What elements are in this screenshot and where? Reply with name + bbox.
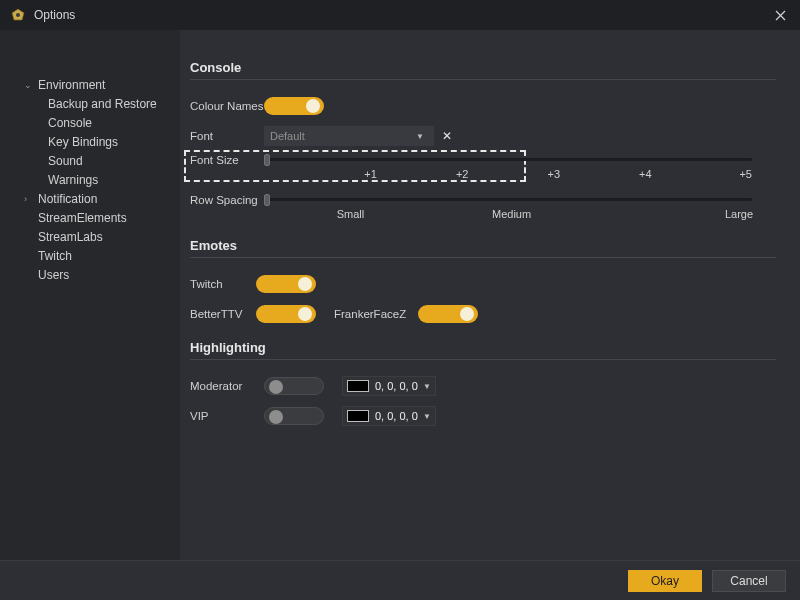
- moderator-color-value: 0, 0, 0, 0: [375, 380, 418, 392]
- font-label: Font: [190, 130, 264, 142]
- moderator-color-picker[interactable]: 0, 0, 0, 0 ▼: [342, 376, 436, 396]
- sidebar-item-label: Notification: [38, 192, 97, 206]
- sidebar-item-notification[interactable]: › Notification: [0, 189, 180, 208]
- footer: Okay Cancel: [0, 560, 800, 600]
- font-size-ticks: +1 +2 +3 +4 +5: [264, 168, 752, 180]
- row-spacing-ticks: Small Medium Large: [264, 208, 752, 220]
- sidebar-item-twitch[interactable]: Twitch: [0, 246, 180, 265]
- font-value: Default: [270, 130, 416, 142]
- ffz-toggle[interactable]: [418, 305, 478, 323]
- row-colour-names: Colour Names: [190, 92, 776, 120]
- sidebar-item-label: Users: [38, 268, 69, 282]
- chevron-right-icon: ›: [24, 194, 38, 204]
- section-title-highlighting: Highlighting: [190, 340, 776, 355]
- svg-point-1: [16, 13, 20, 17]
- divider: [190, 257, 776, 258]
- font-size-slider[interactable]: +1 +2 +3 +4 +5: [264, 152, 776, 186]
- vip-label: VIP: [190, 410, 264, 422]
- row-font-size: Font Size +1 +2 +3 +4 +5: [190, 152, 776, 186]
- betterttv-toggle[interactable]: [256, 305, 316, 323]
- titlebar: Options: [0, 0, 800, 30]
- color-swatch: [347, 380, 369, 392]
- sidebar-item-label: StreamLabs: [38, 230, 103, 244]
- row-row-spacing: Row Spacing Small Medium Large: [190, 192, 776, 226]
- betterttv-label: BetterTTV: [190, 308, 256, 320]
- twitch-label: Twitch: [190, 278, 256, 290]
- row-twitch-emotes: Twitch: [190, 270, 776, 298]
- sidebar-item-label: Key Bindings: [48, 135, 118, 149]
- app-icon: [10, 7, 26, 23]
- font-clear-button[interactable]: ✕: [438, 126, 456, 146]
- section-title-console: Console: [190, 60, 776, 75]
- sidebar-item-label: Sound: [48, 154, 83, 168]
- vip-toggle[interactable]: [264, 407, 324, 425]
- sidebar: ⌄ Environment Backup and Restore Console…: [0, 30, 180, 560]
- sidebar-item-label: Environment: [38, 78, 105, 92]
- sidebar-item-label: Twitch: [38, 249, 72, 263]
- ffz-label: FrankerFaceZ: [334, 308, 406, 320]
- row-font: Font Default ▼ ✕: [190, 122, 776, 150]
- sidebar-item-label: Backup and Restore: [48, 97, 157, 111]
- window-title: Options: [34, 8, 760, 22]
- vip-color-picker[interactable]: 0, 0, 0, 0 ▼: [342, 406, 436, 426]
- sidebar-item-streamelements[interactable]: StreamElements: [0, 208, 180, 227]
- sidebar-item-warnings[interactable]: Warnings: [0, 170, 180, 189]
- chevron-down-icon: ⌄: [24, 80, 38, 90]
- okay-button[interactable]: Okay: [628, 570, 702, 592]
- caret-down-icon: ▼: [423, 382, 431, 391]
- sidebar-item-sound[interactable]: Sound: [0, 151, 180, 170]
- divider: [190, 359, 776, 360]
- cancel-button[interactable]: Cancel: [712, 570, 786, 592]
- font-dropdown[interactable]: Default ▼: [264, 126, 434, 146]
- row-vip: VIP 0, 0, 0, 0 ▼: [190, 402, 776, 430]
- row-moderator: Moderator 0, 0, 0, 0 ▼: [190, 372, 776, 400]
- divider: [190, 79, 776, 80]
- row-spacing-label: Row Spacing: [190, 192, 264, 206]
- sidebar-item-streamlabs[interactable]: StreamLabs: [0, 227, 180, 246]
- sidebar-item-console[interactable]: Console: [0, 113, 180, 132]
- font-size-label: Font Size: [190, 152, 264, 166]
- colour-names-toggle[interactable]: [264, 97, 324, 115]
- sidebar-item-users[interactable]: Users: [0, 265, 180, 284]
- sidebar-item-backup-restore[interactable]: Backup and Restore: [0, 94, 180, 113]
- row-betterttv-ffz: BetterTTV FrankerFaceZ: [190, 300, 776, 328]
- twitch-toggle[interactable]: [256, 275, 316, 293]
- moderator-label: Moderator: [190, 380, 264, 392]
- sidebar-item-label: Console: [48, 116, 92, 130]
- main-panel: Console Colour Names Font Default ▼ ✕ Fo…: [180, 30, 800, 560]
- color-swatch: [347, 410, 369, 422]
- sidebar-item-environment[interactable]: ⌄ Environment: [0, 75, 180, 94]
- sidebar-item-label: Warnings: [48, 173, 98, 187]
- close-button[interactable]: [760, 0, 800, 30]
- sidebar-item-key-bindings[interactable]: Key Bindings: [0, 132, 180, 151]
- caret-down-icon: ▼: [416, 132, 424, 141]
- row-spacing-slider[interactable]: Small Medium Large: [264, 192, 776, 226]
- sidebar-item-label: StreamElements: [38, 211, 127, 225]
- colour-names-label: Colour Names: [190, 100, 264, 112]
- moderator-toggle[interactable]: [264, 377, 324, 395]
- caret-down-icon: ▼: [423, 412, 431, 421]
- vip-color-value: 0, 0, 0, 0: [375, 410, 418, 422]
- section-title-emotes: Emotes: [190, 238, 776, 253]
